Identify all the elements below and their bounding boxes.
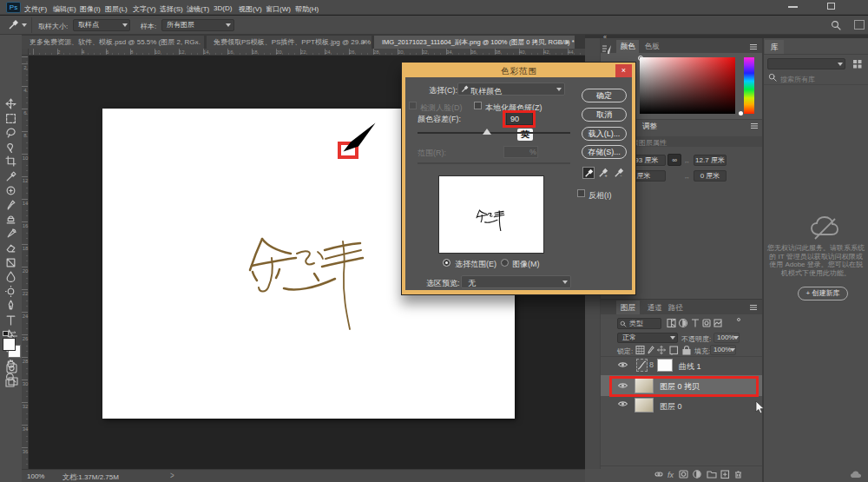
svg-text:fx: fx — [667, 471, 674, 479]
